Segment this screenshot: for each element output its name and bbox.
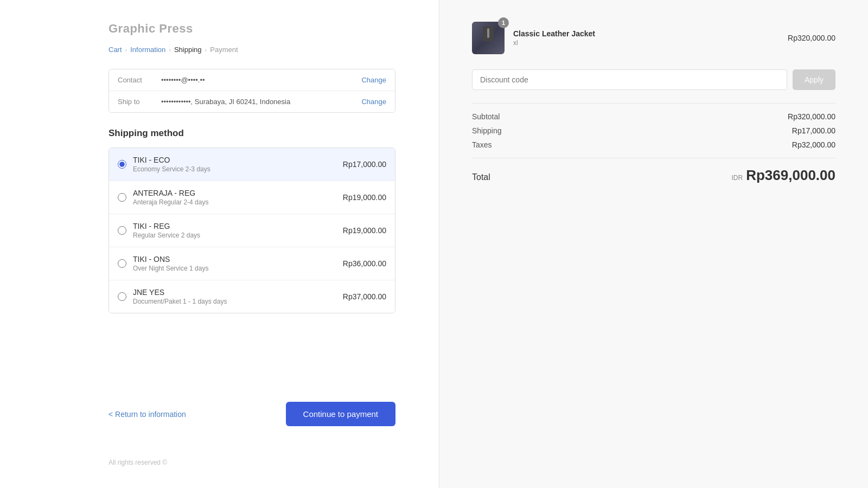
shipping-option-price-tiki-ons: Rp36,000.00 (343, 259, 386, 268)
taxes-line: Taxes Rp32,000.00 (472, 140, 835, 149)
shipping-option-name-tiki-reg: TIKI - REG (133, 222, 343, 230)
contact-change[interactable]: Change (361, 76, 386, 84)
total-amount: Rp369,000.00 (746, 167, 835, 184)
shipping-option-info-tiki-eco: TIKI - ECO Economy Service 2-3 days (133, 156, 343, 173)
product-variant: xl (513, 39, 779, 47)
contact-label: Contact (118, 76, 161, 84)
shipping-radio-tiki-eco[interactable] (118, 160, 126, 169)
subtotal-label: Subtotal (472, 112, 500, 121)
contact-row: Contact ••••••••@••••.•• Change (109, 69, 395, 91)
product-price: Rp320,000.00 (788, 34, 835, 42)
shipping-option-info-tiki-ons: TIKI - ONS Over Night Service 1 days (133, 255, 343, 272)
shipping-option-name-tiki-eco: TIKI - ECO (133, 156, 343, 164)
footer-copyright: All rights reserved © (108, 459, 395, 466)
breadcrumb-sep-1: › (125, 47, 127, 53)
discount-code-input[interactable] (472, 69, 787, 90)
shipping-radio-jne-yes[interactable] (118, 292, 126, 301)
shipping-radio-tiki-ons[interactable] (118, 259, 126, 268)
order-summary: Subtotal Rp320,000.00 Shipping Rp17,000.… (472, 103, 835, 149)
shipping-option-jne-yes[interactable]: JNE YES Document/Paket 1 - 1 days days R… (109, 280, 395, 313)
shipping-option-desc-tiki-eco: Economy Service 2-3 days (133, 165, 343, 173)
shipping-value: Rp17,000.00 (792, 126, 835, 135)
breadcrumb-information[interactable]: Information (130, 46, 165, 54)
right-panel: 1 Classic Leather Jacket xl Rp320,000.00… (439, 0, 868, 488)
ship-to-row: Ship to ••••••••••••, Surabaya, JI 60241… (109, 91, 395, 112)
shipping-option-info-anteraja-reg: ANTERAJA - REG Anteraja Regular 2-4 days (133, 189, 343, 206)
breadcrumb-sep-3: › (205, 47, 207, 53)
shipping-option-price-tiki-eco: Rp17,000.00 (343, 160, 386, 169)
shipping-radio-anteraja-reg[interactable] (118, 193, 126, 202)
subtotal-line: Subtotal Rp320,000.00 (472, 112, 835, 121)
breadcrumb: Cart › Information › Shipping › Payment (108, 46, 395, 54)
shipping-option-desc-jne-yes: Document/Paket 1 - 1 days days (133, 298, 343, 305)
subtotal-value: Rp320,000.00 (788, 112, 835, 121)
breadcrumb-cart[interactable]: Cart (108, 46, 122, 54)
left-panel: Graphic Press Cart › Information › Shipp… (0, 0, 439, 488)
breadcrumb-shipping: Shipping (174, 46, 202, 54)
total-label: Total (472, 172, 490, 182)
shipping-option-price-anteraja-reg: Rp19,000.00 (343, 193, 386, 202)
shipping-option-info-jne-yes: JNE YES Document/Paket 1 - 1 days days (133, 288, 343, 305)
info-box: Contact ••••••••@••••.•• Change Ship to … (108, 69, 395, 113)
contact-value: ••••••••@••••.•• (161, 76, 361, 84)
shipping-option-price-jne-yes: Rp37,000.00 (343, 292, 386, 301)
shipping-option-info-tiki-reg: TIKI - REG Regular Service 2 days (133, 222, 343, 239)
total-row: Total IDR Rp369,000.00 (472, 158, 835, 184)
breadcrumb-sep-2: › (169, 47, 171, 53)
footer-actions: < Return to information Continue to paym… (108, 396, 395, 426)
product-info: Classic Leather Jacket xl (513, 29, 779, 47)
shipping-label: Shipping (472, 126, 502, 135)
taxes-label: Taxes (472, 140, 492, 149)
shipping-option-tiki-reg[interactable]: TIKI - REG Regular Service 2 days Rp19,0… (109, 214, 395, 247)
continue-to-payment-button[interactable]: Continue to payment (286, 402, 395, 426)
ship-to-label: Ship to (118, 98, 161, 106)
shipping-options-list: TIKI - ECO Economy Service 2-3 days Rp17… (108, 147, 395, 313)
shipping-option-name-jne-yes: JNE YES (133, 288, 343, 297)
shipping-section-title: Shipping method (108, 128, 395, 139)
product-image-wrap: 1 (472, 22, 505, 54)
shipping-radio-tiki-reg[interactable] (118, 226, 126, 235)
taxes-value: Rp32,000.00 (792, 140, 835, 149)
total-value-wrap: IDR Rp369,000.00 (732, 167, 835, 184)
apply-discount-button[interactable]: Apply (793, 69, 835, 90)
ship-to-change[interactable]: Change (361, 98, 386, 106)
shipping-option-name-tiki-ons: TIKI - ONS (133, 255, 343, 264)
shipping-option-tiki-eco[interactable]: TIKI - ECO Economy Service 2-3 days Rp17… (109, 148, 395, 181)
return-to-information-link[interactable]: < Return to information (108, 410, 186, 419)
shipping-option-price-tiki-reg: Rp19,000.00 (343, 226, 386, 235)
discount-row: Apply (472, 69, 835, 90)
product-row: 1 Classic Leather Jacket xl Rp320,000.00 (472, 22, 835, 54)
brand-title: Graphic Press (108, 22, 395, 36)
shipping-option-name-anteraja-reg: ANTERAJA - REG (133, 189, 343, 197)
product-badge: 1 (498, 17, 509, 28)
shipping-option-desc-tiki-reg: Regular Service 2 days (133, 232, 343, 239)
ship-to-value: ••••••••••••, Surabaya, JI 60241, Indone… (161, 98, 361, 106)
shipping-option-tiki-ons[interactable]: TIKI - ONS Over Night Service 1 days Rp3… (109, 247, 395, 280)
breadcrumb-payment: Payment (210, 46, 238, 54)
shipping-option-desc-tiki-ons: Over Night Service 1 days (133, 265, 343, 272)
shipping-line: Shipping Rp17,000.00 (472, 126, 835, 135)
shipping-option-anteraja-reg[interactable]: ANTERAJA - REG Anteraja Regular 2-4 days… (109, 181, 395, 214)
shipping-option-desc-anteraja-reg: Anteraja Regular 2-4 days (133, 198, 343, 206)
total-currency: IDR (732, 174, 743, 182)
product-name: Classic Leather Jacket (513, 29, 779, 38)
